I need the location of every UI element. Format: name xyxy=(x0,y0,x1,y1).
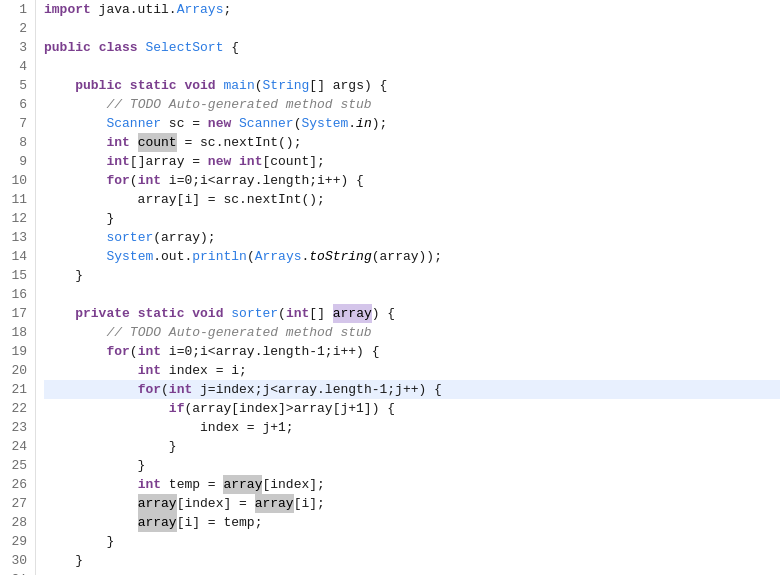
code-line-22: if(array[index]>array[j+1]) { xyxy=(44,399,780,418)
code-line-27: array[index] = array[i]; xyxy=(44,494,780,513)
line-number-gutter: 1 2 3 4 5 6 7 8 9 10 11 12 13 14 15 16 1… xyxy=(0,0,36,575)
code-line-19: for(int i=0;i<array.length-1;i++) { xyxy=(44,342,780,361)
code-line-11: array[i] = sc.nextInt(); xyxy=(44,190,780,209)
code-line-9: int[]array = new int[count]; xyxy=(44,152,780,171)
code-line-1: import java.util.Arrays; xyxy=(44,0,780,19)
code-line-28: array[i] = temp; xyxy=(44,513,780,532)
code-line-29: } xyxy=(44,532,780,551)
line-num-29: 29 xyxy=(4,532,27,551)
line-num-7: 7 xyxy=(4,114,27,133)
code-line-13: sorter(array); xyxy=(44,228,780,247)
line-num-24: 24 xyxy=(4,437,27,456)
line-num-26: 26 xyxy=(4,475,27,494)
code-line-2 xyxy=(44,19,780,38)
code-line-10: for(int i=0;i<array.length;i++) { xyxy=(44,171,780,190)
line-num-2: 2 xyxy=(4,19,27,38)
line-num-31: 31 xyxy=(4,570,27,575)
line-num-12: 12 xyxy=(4,209,27,228)
line-num-3: 3 xyxy=(4,38,27,57)
line-num-5: 5 xyxy=(4,76,27,95)
line-num-8: 8 xyxy=(4,133,27,152)
code-line-8: int count = sc.nextInt(); xyxy=(44,133,780,152)
code-line-4 xyxy=(44,57,780,76)
line-num-15: 15 xyxy=(4,266,27,285)
code-line-3: public class SelectSort { xyxy=(44,38,780,57)
line-num-18: 18 xyxy=(4,323,27,342)
line-num-21: 21 xyxy=(4,380,27,399)
code-line-20: int index = i; xyxy=(44,361,780,380)
code-line-23: index = j+1; xyxy=(44,418,780,437)
code-line-26: int temp = array[index]; xyxy=(44,475,780,494)
line-num-11: 11 xyxy=(4,190,27,209)
code-line-25: } xyxy=(44,456,780,475)
line-num-13: 13 xyxy=(4,228,27,247)
line-num-27: 27 xyxy=(4,494,27,513)
code-line-7: Scanner sc = new Scanner(System.in); xyxy=(44,114,780,133)
code-line-31 xyxy=(44,570,780,575)
code-line-15: } xyxy=(44,266,780,285)
line-num-1: 1 xyxy=(4,0,27,19)
line-num-19: 19 xyxy=(4,342,27,361)
line-num-25: 25 xyxy=(4,456,27,475)
line-num-28: 28 xyxy=(4,513,27,532)
line-num-14: 14 xyxy=(4,247,27,266)
line-num-17: 17 xyxy=(4,304,27,323)
line-num-4: 4 xyxy=(4,57,27,76)
line-num-10: 10 xyxy=(4,171,27,190)
line-num-9: 9 xyxy=(4,152,27,171)
line-num-30: 30 xyxy=(4,551,27,570)
code-line-24: } xyxy=(44,437,780,456)
code-line-16 xyxy=(44,285,780,304)
code-line-5: public static void main(String[] args) { xyxy=(44,76,780,95)
code-line-6: // TODO Auto-generated method stub xyxy=(44,95,780,114)
code-line-30: } xyxy=(44,551,780,570)
code-line-17: private static void sorter(int[] array) … xyxy=(44,304,780,323)
line-num-23: 23 xyxy=(4,418,27,437)
line-num-6: 6 xyxy=(4,95,27,114)
code-line-21: for(int j=index;j<array.length-1;j++) { xyxy=(44,380,780,399)
code-content[interactable]: import java.util.Arrays; public class Se… xyxy=(36,0,780,575)
line-num-20: 20 xyxy=(4,361,27,380)
code-line-18: // TODO Auto-generated method stub xyxy=(44,323,780,342)
line-num-16: 16 xyxy=(4,285,27,304)
line-num-22: 22 xyxy=(4,399,27,418)
code-line-14: System.out.println(Arrays.toString(array… xyxy=(44,247,780,266)
code-editor: 1 2 3 4 5 6 7 8 9 10 11 12 13 14 15 16 1… xyxy=(0,0,780,575)
code-line-12: } xyxy=(44,209,780,228)
